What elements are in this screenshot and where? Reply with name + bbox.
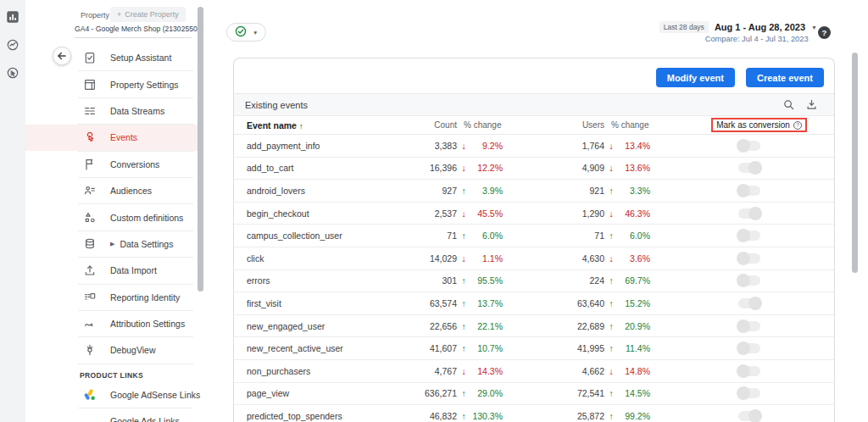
sidebar-item-google-ads-links[interactable]: Google Ads Links — [25, 408, 202, 422]
data-import-icon — [83, 264, 97, 277]
event-name: errors — [234, 275, 416, 286]
toggle-knob — [737, 341, 750, 355]
sidebar-item-label: Data Settings — [120, 239, 173, 249]
mark-as-conversion-toggle[interactable] — [738, 275, 760, 286]
data-collection-status-pill[interactable]: ▼ — [226, 23, 266, 42]
mark-as-conversion-toggle[interactable] — [738, 186, 760, 196]
search-icon[interactable] — [777, 97, 800, 114]
event-users: 71 — [503, 230, 604, 241]
count-change: 22.1% — [470, 321, 503, 331]
mark-as-conversion-toggle[interactable] — [738, 411, 760, 421]
sidebar-item-label: Google Ads Links — [110, 416, 180, 422]
count-change: 10.7% — [470, 343, 503, 353]
question-circle-icon[interactable]: ? — [793, 121, 802, 130]
mark-as-conversion-toggle[interactable] — [738, 141, 760, 151]
event-count: 14,029 — [416, 253, 457, 264]
compare-range-text: Compare: Jul 4 - Jul 31, 2023 — [659, 35, 817, 43]
event-count: 46,832 — [416, 411, 457, 421]
event-users: 4,630 — [503, 253, 604, 264]
chevron-down-icon[interactable]: ▼ — [811, 25, 817, 31]
create-property-button[interactable]: + Create Property — [110, 7, 186, 22]
create-event-button[interactable]: Create event — [746, 68, 824, 87]
event-name: android_lovers — [234, 186, 416, 196]
mark-as-conversion-toggle[interactable] — [738, 298, 760, 308]
sidebar-item-property-settings[interactable]: Property Settings — [25, 71, 202, 97]
download-icon[interactable] — [800, 97, 823, 114]
chevron-down-icon: ▼ — [253, 30, 258, 36]
count-change: 3.9% — [470, 186, 503, 196]
sidebar-item-conversions[interactable]: Conversions — [25, 152, 202, 177]
event-users: 22,689 — [503, 321, 604, 331]
sidebar-item-label: Reporting Identity — [110, 292, 180, 303]
toggle-knob — [737, 139, 750, 153]
expand-arrow-icon[interactable]: ▶ — [110, 241, 114, 247]
arrow-up-icon: ↑ — [604, 321, 618, 331]
mark-as-conversion-toggle[interactable] — [738, 343, 760, 353]
help-icon[interactable]: ? — [818, 26, 831, 39]
property-name[interactable]: GA4 - Google Merch Shop (213025502) — [75, 25, 192, 38]
toggle-knob — [737, 252, 750, 265]
sidebar-item-data-streams[interactable]: Data Streams — [25, 98, 202, 124]
arrow-up-icon: ↑ — [604, 343, 618, 353]
sidebar-item-data-import[interactable]: Data Import — [25, 258, 202, 283]
sidebar-item-setup-assistant[interactable]: Setup Assistant — [25, 45, 202, 70]
arrow-up-icon: ↑ — [604, 298, 618, 308]
toggle-knob — [748, 297, 762, 310]
toggle-knob — [737, 364, 750, 378]
event-users: 1,290 — [503, 208, 604, 219]
insights-icon[interactable] — [3, 36, 22, 54]
column-users[interactable]: Users — [503, 120, 604, 130]
modify-event-button[interactable]: Modify event — [656, 68, 735, 87]
mark-as-conversion-toggle[interactable] — [738, 366, 760, 376]
analytics-logo-icon[interactable] — [3, 8, 22, 26]
sidebar-item-label: Events — [110, 132, 137, 142]
count-change: 9.2% — [470, 141, 503, 151]
back-button[interactable] — [53, 47, 71, 65]
sidebar-item-label: Data Import — [110, 265, 157, 275]
mark-as-conversion-toggle[interactable] — [738, 253, 760, 264]
reporting-identity-icon — [83, 291, 97, 304]
mark-as-conversion-toggle[interactable] — [738, 208, 760, 219]
events-table-body: add_payment_info3,383↓9.2%1,764↓13.4%add… — [234, 135, 834, 422]
sidebar-scrollbar[interactable] — [198, 7, 203, 292]
mark-as-conversion-toggle[interactable] — [738, 230, 760, 241]
event-count: 636,271 — [416, 388, 457, 398]
sidebar-item-google-adsense-links[interactable]: Google AdSense Links — [25, 382, 202, 408]
count-change: 14.3% — [470, 366, 503, 376]
green-check-icon — [235, 25, 247, 40]
sidebar-item-label: Setup Assistant — [110, 53, 171, 63]
main-scrollbar[interactable] — [852, 53, 858, 273]
sidebar-item-attribution-settings[interactable]: Attribution Settings — [25, 311, 202, 336]
event-name: new_recent_active_user — [234, 343, 416, 353]
arrow-down-icon: ↓ — [457, 208, 470, 219]
sidebar-item-label: Audiences — [110, 186, 152, 196]
sidebar-item-custom-definitions[interactable]: Custom definitions — [25, 204, 202, 230]
arrow-down-icon: ↓ — [457, 163, 470, 173]
sidebar-item-reporting-identity[interactable]: Reporting Identity — [25, 285, 202, 310]
event-users: 41,995 — [503, 343, 604, 353]
sidebar-item-label: Attribution Settings — [110, 319, 185, 329]
arrow-down-icon: ↓ — [604, 141, 618, 151]
event-actions: Modify event Create event — [234, 58, 834, 93]
table-row: errors301↑95.5%224↑69.7% — [234, 270, 834, 293]
mark-as-conversion-toggle[interactable] — [738, 163, 760, 173]
sidebar-item-events[interactable]: Events — [25, 125, 202, 150]
table-row: add_to_cart16,396↓12.2%4,909↓13.6% — [234, 158, 834, 180]
sidebar-item-debugview[interactable]: DebugView — [25, 337, 202, 363]
event-name: add_to_cart — [234, 163, 416, 173]
column-event-name[interactable]: Event name↑ — [234, 120, 416, 130]
sidebar-item-label: Data Streams — [110, 106, 164, 116]
mark-as-conversion-toggle[interactable] — [738, 388, 760, 398]
event-name: first_visit — [234, 298, 416, 308]
date-range-selector[interactable]: Aug 1 - Aug 28, 2023 — [715, 22, 805, 32]
explore-pointer-icon[interactable] — [3, 64, 22, 82]
toggle-knob — [737, 319, 750, 333]
users-change: 3.3% — [618, 186, 650, 196]
column-count[interactable]: Count — [416, 120, 457, 130]
sidebar-item-audiences[interactable]: Audiences — [25, 178, 202, 203]
users-change: 6.0% — [618, 230, 650, 241]
sidebar-item-label: DebugView — [110, 345, 156, 355]
sidebar-item-data-settings[interactable]: ▶Data Settings — [25, 231, 202, 257]
mark-as-conversion-toggle[interactable] — [738, 321, 760, 331]
arrow-up-icon: ↑ — [457, 388, 470, 398]
